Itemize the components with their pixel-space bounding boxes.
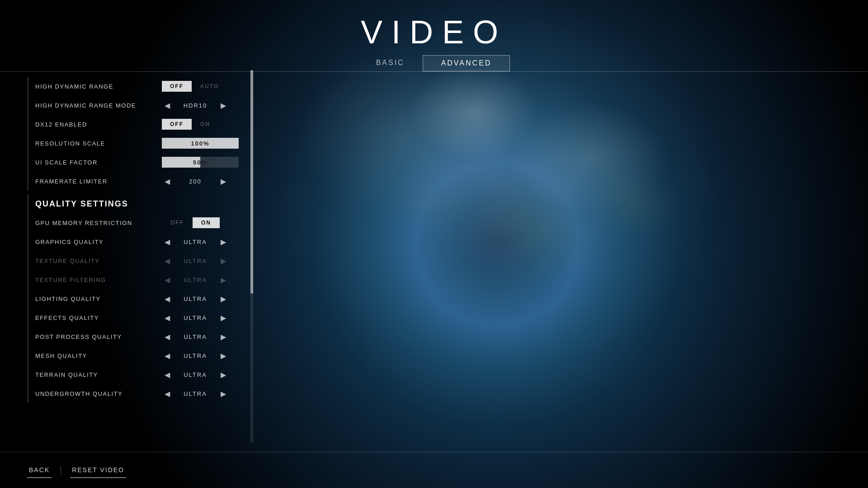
setting-label-lighting-quality: LIGHTING QUALITY [35,296,162,302]
arrow-post-process: ◀ ULTRA ▶ [162,331,229,342]
arrow-right-mesh-quality[interactable]: ▶ [218,350,229,361]
settings-scrollbar[interactable] [250,70,253,443]
arrow-framerate: ◀ 200 ▶ [162,176,229,187]
arrow-left-texture-filtering[interactable]: ◀ [162,274,173,285]
arrow-right-post-process[interactable]: ▶ [218,331,229,342]
setting-label-texture-filtering: TEXTURE FILTERING [35,277,162,283]
arrow-value-post-process: ULTRA [177,333,213,340]
toggle-hdr: OFF AUTO [162,80,227,92]
arrow-value-framerate: 200 [177,178,213,185]
toggle-auto-hdr[interactable]: AUTO [192,80,227,92]
setting-row-framerate: FRAMERATE LIMITER ◀ 200 ▶ [27,172,253,191]
setting-label-effects-quality: EFFECTS QUALITY [35,314,162,321]
arrow-left-terrain-quality[interactable]: ◀ [162,369,173,380]
setting-label-undergrowth-quality: UNDERGROWTH QUALITY [35,390,162,397]
arrow-left-post-process[interactable]: ◀ [162,331,173,342]
scrollbar-thumb[interactable] [250,70,253,294]
arrow-hdr-mode: ◀ HDR10 ▶ [162,100,229,111]
setting-label-gpu-memory: GPU MEMORY RESTRICTION [35,220,162,226]
arrow-left-lighting-quality[interactable]: ◀ [162,293,173,304]
setting-label-mesh-quality: MESH QUALITY [35,352,162,359]
arrow-right-framerate[interactable]: ▶ [218,176,229,187]
toggle-off-gpu-memory[interactable]: OFF [162,217,193,229]
arrow-right-graphics-quality[interactable]: ▶ [218,236,229,247]
section-title-quality: QUALITY SETTINGS [35,197,128,211]
tabs-container: BASIC ADVANCED [0,55,868,71]
setting-row-texture-quality: TEXTURE QUALITY ◀ ULTRA ▶ [27,251,253,270]
toggle-gpu-memory: OFF ON [162,217,220,229]
arrow-right-texture-filtering[interactable]: ▶ [218,274,229,285]
tab-advanced[interactable]: ADVANCED [423,55,510,71]
setting-label-framerate: FRAMERATE LIMITER [35,178,162,185]
setting-row-hdr-mode: HIGH DYNAMIC RANGE MODE ◀ HDR10 ▶ [27,96,253,115]
toggle-on-dx12[interactable]: ON [192,118,219,130]
slider-value-resolution-scale: 100% [162,140,239,147]
toggle-on-gpu-memory[interactable]: ON [193,217,220,228]
setting-label-graphics-quality: GRAPHICS QUALITY [35,239,162,245]
arrow-effects-quality: ◀ ULTRA ▶ [162,312,229,323]
arrow-undergrowth-quality: ◀ ULTRA ▶ [162,388,229,399]
settings-list: HIGH DYNAMIC RANGE OFF AUTO HIGH DYNAMIC… [27,70,253,410]
toggle-dx12: OFF ON [162,118,219,130]
arrow-texture-filtering: ◀ ULTRA ▶ [162,274,229,285]
arrow-right-terrain-quality[interactable]: ▶ [218,369,229,380]
setting-label-dx12: DX12 ENABLED [35,121,162,128]
setting-label-texture-quality: TEXTURE QUALITY [35,258,162,264]
arrow-texture-quality: ◀ ULTRA ▶ [162,255,229,266]
slider-resolution-scale[interactable]: 100% [162,138,239,149]
arrow-right-lighting-quality[interactable]: ▶ [218,293,229,304]
setting-row-high-dynamic-range: HIGH DYNAMIC RANGE OFF AUTO [27,77,253,96]
arrow-right-hdr-mode[interactable]: ▶ [218,100,229,111]
setting-row-undergrowth-quality: UNDERGROWTH QUALITY ◀ ULTRA ▶ [27,384,253,403]
arrow-right-texture-quality[interactable]: ▶ [218,255,229,266]
arrow-lighting-quality: ◀ ULTRA ▶ [162,293,229,304]
arrow-right-undergrowth-quality[interactable]: ▶ [218,388,229,399]
setting-label-terrain-quality: TERRAIN QUALITY [35,371,162,378]
setting-label-post-process: POST PROCESS QUALITY [35,333,162,340]
arrow-value-texture-filtering: ULTRA [177,277,213,283]
page-header: VIDEO [0,0,868,51]
settings-panel: HIGH DYNAMIC RANGE OFF AUTO HIGH DYNAMIC… [27,70,253,443]
tab-basic[interactable]: BASIC [358,55,423,71]
setting-label-ui-scale: UI SCALE FACTOR [35,159,162,166]
arrow-value-terrain-quality: ULTRA [177,371,213,378]
arrow-left-mesh-quality[interactable]: ◀ [162,350,173,361]
setting-row-effects-quality: EFFECTS QUALITY ◀ ULTRA ▶ [27,308,253,327]
slider-value-ui-scale: 50% [162,159,239,166]
setting-label-resolution-scale: RESOLUTION SCALE [35,140,162,147]
setting-row-ui-scale: UI SCALE FACTOR 50% [27,153,253,172]
arrow-left-graphics-quality[interactable]: ◀ [162,236,173,247]
toggle-off-dx12[interactable]: OFF [162,119,192,130]
arrow-mesh-quality: ◀ ULTRA ▶ [162,350,229,361]
arrow-right-effects-quality[interactable]: ▶ [218,312,229,323]
setting-row-gpu-memory: GPU MEMORY RESTRICTION OFF ON [27,213,253,232]
quality-settings-header: QUALITY SETTINGS [27,194,253,213]
setting-row-dx12: DX12 ENABLED OFF ON [27,115,253,134]
arrow-graphics-quality: ◀ ULTRA ▶ [162,236,229,247]
arrow-left-texture-quality[interactable]: ◀ [162,255,173,266]
setting-row-post-process: POST PROCESS QUALITY ◀ ULTRA ▶ [27,327,253,346]
arrow-left-hdr-mode[interactable]: ◀ [162,100,173,111]
page-title: VIDEO [0,14,868,51]
arrow-value-effects-quality: ULTRA [177,314,213,321]
arrow-terrain-quality: ◀ ULTRA ▶ [162,369,229,380]
setting-row-lighting-quality: LIGHTING QUALITY ◀ ULTRA ▶ [27,289,253,308]
slider-ui-scale[interactable]: 50% [162,157,239,168]
arrow-value-mesh-quality: ULTRA [177,352,213,359]
setting-row-graphics-quality: GRAPHICS QUALITY ◀ ULTRA ▶ [27,232,253,251]
back-button[interactable]: BACK [27,463,52,478]
arrow-value-hdr-mode: HDR10 [177,102,213,109]
setting-row-resolution-scale: RESOLUTION SCALE 100% [27,134,253,153]
bottom-bar: BACK RESET VIDEO [0,452,868,488]
reset-video-button[interactable]: RESET VIDEO [70,463,126,478]
setting-label-hdr-mode: HIGH DYNAMIC RANGE MODE [35,102,162,109]
arrow-left-framerate[interactable]: ◀ [162,176,173,187]
arrow-left-undergrowth-quality[interactable]: ◀ [162,388,173,399]
bottom-separator [61,466,61,475]
setting-row-mesh-quality: MESH QUALITY ◀ ULTRA ▶ [27,346,253,365]
arrow-value-graphics-quality: ULTRA [177,239,213,245]
arrow-left-effects-quality[interactable]: ◀ [162,312,173,323]
arrow-value-texture-quality: ULTRA [177,258,213,264]
toggle-off-hdr[interactable]: OFF [162,81,192,92]
setting-row-texture-filtering: TEXTURE FILTERING ◀ ULTRA ▶ [27,270,253,289]
